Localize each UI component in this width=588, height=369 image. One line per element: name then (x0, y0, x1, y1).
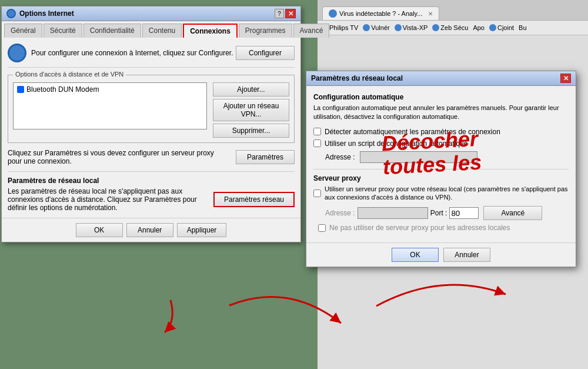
parametres-reseau-button[interactable]: Paramètres réseau (213, 192, 295, 207)
vpn-section: Options d'accès à distance et de VPN Blu… (8, 75, 295, 143)
options-titlebar: Options Internet ? ✕ (2, 6, 300, 21)
supprimer-button[interactable]: Supprimer... (213, 124, 289, 138)
checkbox-no-proxy-label: Ne pas utiliser de serveur proxy pour le… (329, 224, 510, 232)
vpn-left: Bluetooth DUN Modem (13, 82, 207, 138)
browser-bookmarks: Philips TV Vulnér Vista-XP Zeb Sécu Apo … (318, 21, 588, 35)
proxy-address-label: Adresse : (325, 209, 355, 217)
options-title: Options Internet (19, 9, 74, 18)
vpn-section-label: Options d'accès à distance et de VPN (13, 71, 126, 78)
ajouter-vpn-button[interactable]: Ajouter un réseau VPN... (213, 99, 289, 121)
arrow-to-lan-ok (370, 253, 517, 312)
checkbox-script[interactable] (313, 139, 321, 147)
ok-button[interactable]: OK (76, 223, 123, 237)
arrow-to-ok (147, 297, 194, 338)
proxy-section: Serveur proxy Utiliser un serveur proxy … (313, 169, 569, 232)
arrow-to-lan (223, 276, 353, 335)
tabs-row: Général Sécurité Confidentialité Contenu… (2, 21, 300, 38)
browser-tab[interactable]: Virus indétectable ? - Analy... ✕ (322, 6, 439, 20)
port-label: Port : (430, 209, 447, 217)
checkbox-no-proxy[interactable] (318, 224, 326, 232)
local-section: Paramètres de réseau local Les paramètre… (8, 171, 295, 212)
auto-section-title: Configuration automatique (313, 93, 569, 101)
lan-titlebar: Paramètres du réseau local ✕ (306, 71, 576, 86)
checkbox-proxy-label: Utiliser un serveur proxy pour votre rés… (325, 185, 569, 202)
address-label: Adresse : (325, 153, 355, 161)
checkbox-no-proxy-row: Ne pas utiliser de serveur proxy pour le… (318, 224, 569, 232)
proxy-address-input[interactable] (358, 207, 428, 219)
options-icon (6, 9, 16, 18)
bluetooth-icon (17, 86, 24, 93)
bookmark-vulner[interactable]: Vulnér (363, 24, 389, 31)
port-input[interactable] (449, 207, 479, 219)
annuler-button[interactable]: Annuler (126, 223, 173, 237)
checkbox-proxy-row: Utiliser un serveur proxy pour votre rés… (313, 185, 569, 202)
listbox-item-bluetooth: Bluetooth DUN Modem (15, 84, 205, 95)
tab-programmes[interactable]: Programmes (239, 24, 292, 38)
local-title: Paramètres de réseau local (8, 177, 295, 185)
options-dialog-bottom: OK Annuler Appliquer (2, 218, 300, 242)
options-content: Pour configurer une connexion à Internet… (2, 38, 300, 218)
vpn-row: Bluetooth DUN Modem Ajouter... Ajouter u… (13, 82, 289, 138)
configure-text: Pour configurer une connexion à Internet… (31, 49, 233, 57)
auto-desc: La configuration automatique peut annule… (313, 104, 569, 122)
bookmark-cjoint[interactable]: Cjoint (489, 24, 514, 31)
checkbox-detect[interactable] (313, 128, 321, 135)
tab-close[interactable]: ✕ (428, 11, 433, 17)
tab-connexions[interactable]: Connexions (183, 24, 238, 38)
proxy-row: Cliquez sur Paramètres si vous devez con… (8, 149, 295, 165)
globe-icon (8, 44, 26, 62)
configure-row: Pour configurer une connexion à Internet… (8, 44, 295, 68)
checkbox-proxy[interactable] (313, 190, 321, 197)
tab-icon (329, 9, 337, 18)
tab-securite[interactable]: Sécurité (44, 24, 82, 38)
proxy-text: Cliquez sur Paramètres si vous devez con… (8, 149, 236, 165)
help-button[interactable]: ? (275, 9, 284, 18)
ajouter-button[interactable]: Ajouter... (213, 82, 289, 97)
options-dialog: Options Internet ? ✕ Général Sécurité Co… (1, 6, 301, 242)
browser-tab-bar: Virus indétectable ? - Analy... ✕ (318, 0, 588, 21)
bookmark-zeb[interactable]: Zeb Sécu (432, 24, 468, 31)
avance-button[interactable]: Avancé (483, 206, 542, 220)
close-button[interactable]: ✕ (285, 9, 296, 18)
appliquer-button[interactable]: Appliquer (177, 223, 227, 237)
tab-confidentialite[interactable]: Confidentialité (83, 24, 141, 38)
listbox[interactable]: Bluetooth DUN Modem (13, 82, 207, 129)
tab-avance[interactable]: Avancé (293, 24, 330, 38)
lan-title: Paramètres du réseau local (311, 74, 403, 82)
parametres-button[interactable]: Paramètres (236, 150, 295, 164)
bookmark-bu[interactable]: Bu (519, 24, 526, 31)
vpn-right: Ajouter... Ajouter un réseau VPN... Supp… (213, 82, 289, 138)
titlebar-controls: ? ✕ (275, 9, 296, 18)
red-overlay-text: Décocher toutes les (381, 127, 482, 179)
proxy-input-row: Adresse : Port : 80 Avancé (325, 206, 569, 220)
bookmark-apo[interactable]: Apo (473, 24, 485, 31)
tab-label: Virus indétectable ? - Analy... (339, 10, 422, 17)
tab-general[interactable]: Général (4, 24, 42, 38)
local-text: Les paramètres de réseau local ne s'appl… (8, 187, 213, 212)
lan-close-button[interactable]: ✕ (560, 74, 571, 83)
configure-button[interactable]: Configurer (236, 46, 295, 60)
tab-contenu[interactable]: Contenu (142, 24, 182, 38)
lan-titlebar-controls: ✕ (560, 74, 571, 83)
bookmark-vista[interactable]: Vista-XP (395, 24, 428, 31)
local-row: Les paramètres de réseau local ne s'appl… (8, 187, 295, 212)
